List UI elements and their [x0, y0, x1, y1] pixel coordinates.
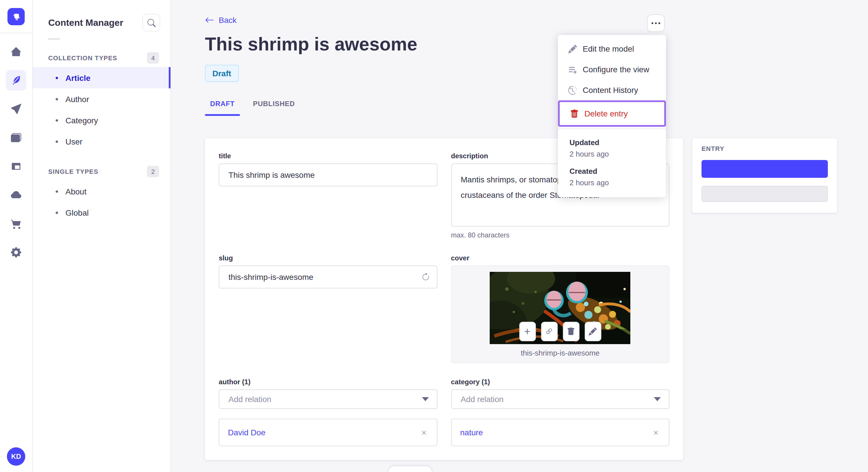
arrow-left-icon [205, 15, 214, 25]
copy-link-button[interactable] [541, 322, 558, 341]
cover-field: cover [451, 254, 670, 363]
bullet-icon [56, 119, 58, 121]
search-button[interactable] [143, 14, 160, 32]
marketplace-cart-icon[interactable] [6, 213, 26, 234]
back-link[interactable]: Back [205, 15, 237, 25]
add-media-button[interactable] [519, 322, 536, 341]
menu-item-edit-model[interactable]: Edit the model [558, 38, 666, 59]
refresh-icon [421, 273, 430, 281]
sidebar-item-global[interactable]: Global [33, 202, 170, 223]
avatar[interactable]: KD [7, 447, 25, 466]
section-label-collection-types: COLLECTION TYPES [48, 55, 117, 61]
search-icon [147, 19, 155, 27]
bullet-icon [56, 76, 58, 79]
main-nav-rail: KD [0, 0, 33, 472]
title-input[interactable]: This shrimp is awesome [219, 164, 437, 187]
slug-input[interactable]: this-shrimp-is-awesome [219, 266, 437, 289]
delete-media-button[interactable] [563, 322, 580, 341]
sidebar-item-label: Global [65, 208, 89, 217]
menu-item-label: Configure the view [583, 65, 649, 74]
slug-field: slug this-shrimp-is-awesome [219, 254, 437, 363]
menu-item-content-history[interactable]: Content History [558, 80, 666, 100]
menu-item-label: Edit the model [583, 44, 634, 53]
cover-media-box: this-shrimp-is-awesome [451, 266, 670, 363]
plus-icon [524, 328, 532, 336]
author-select-placeholder: Add relation [228, 395, 271, 404]
remove-author-relation-button[interactable] [420, 428, 428, 437]
sidebar-item-user[interactable]: User [33, 131, 170, 152]
sidebar-item-category[interactable]: Category [33, 109, 170, 131]
save-button[interactable] [702, 186, 828, 202]
entry-sidebar: ENTRY [692, 138, 837, 213]
send-icon[interactable] [6, 99, 26, 119]
delete-entry-highlight: Delete entry [558, 100, 666, 127]
bullet-icon [56, 211, 58, 214]
close-icon [652, 428, 660, 437]
sidebar-item-label: About [65, 187, 86, 196]
sidebar-item-article[interactable]: Article [33, 67, 170, 88]
trash-icon [567, 328, 575, 336]
tab-draft[interactable]: DRAFT [205, 100, 240, 116]
publish-button[interactable] [702, 160, 828, 178]
updated-meta: Updated 2 hours ago [569, 138, 656, 158]
title-field-label: title [219, 152, 437, 160]
dot-icon [652, 22, 653, 24]
more-options-menu: Edit the model Configure the view Conten… [558, 35, 666, 197]
tab-published[interactable]: PUBLISHED [248, 100, 300, 116]
sidebar-item-author[interactable]: Author [33, 88, 170, 109]
bullet-icon [56, 98, 58, 100]
layout-icon[interactable] [6, 156, 26, 177]
dot-icon [658, 22, 660, 24]
description-helper-text: max. 80 characters [451, 231, 670, 239]
entry-panel-label: ENTRY [702, 145, 828, 152]
menu-item-delete-entry[interactable]: Delete entry [560, 102, 664, 125]
settings-gear-icon[interactable] [6, 242, 26, 263]
edit-media-button[interactable] [585, 322, 601, 341]
history-clock-icon [568, 86, 577, 94]
version-tabs: DRAFT PUBLISHED [205, 100, 837, 116]
status-badge: Draft [205, 65, 239, 82]
sidebar-item-label: Article [65, 73, 90, 82]
close-icon [420, 428, 428, 437]
strapi-logo-icon [11, 12, 21, 21]
collection-types-count-badge: 4 [147, 52, 159, 64]
list-plus-icon [568, 65, 577, 74]
strapi-logo[interactable] [7, 8, 25, 25]
relation-link-david-doe[interactable]: David Doe [228, 428, 266, 437]
author-relation-select[interactable]: Add relation [219, 390, 437, 409]
bullet-icon [56, 140, 58, 142]
content-manager-sidebar: Content Manager COLLECTION TYPES 4 Artic… [33, 0, 171, 472]
back-label: Back [219, 15, 237, 25]
cloud-icon[interactable] [6, 185, 26, 205]
cover-filename: this-shrimp-is-awesome [457, 349, 663, 357]
media-library-icon[interactable] [6, 127, 26, 148]
home-icon[interactable] [6, 41, 26, 62]
sidebar-item-label: Author [65, 94, 89, 103]
more-options-button[interactable] [647, 14, 665, 32]
sidebar-divider [48, 38, 60, 40]
main-content: Back This shrimp is awesome Draft DRAFT … [171, 0, 868, 472]
category-relation-select[interactable]: Add relation [451, 390, 670, 409]
page-title: This shrimp is awesome [205, 34, 837, 55]
content-manager-icon[interactable] [6, 70, 26, 91]
updated-value: 2 hours ago [569, 150, 656, 158]
category-select-placeholder: Add relation [461, 395, 503, 404]
created-label: Created [569, 167, 656, 175]
menu-item-label: Content History [583, 86, 638, 95]
sidebar-title: Content Manager [48, 18, 123, 28]
title-input-value: This shrimp is awesome [228, 170, 315, 179]
category-field: category (1) Add relation nature [451, 378, 670, 446]
remove-category-relation-button[interactable] [652, 428, 660, 437]
author-relation-item: David Doe [219, 419, 437, 446]
link-icon [546, 328, 553, 336]
category-relation-item: nature [451, 419, 670, 446]
category-field-label: category (1) [451, 378, 670, 386]
sidebar-item-about[interactable]: About [33, 181, 170, 202]
created-value: 2 hours ago [569, 178, 656, 187]
cover-field-label: cover [451, 254, 670, 262]
cover-image[interactable] [490, 272, 631, 344]
regenerate-slug-button[interactable] [421, 273, 430, 281]
relation-link-nature[interactable]: nature [460, 428, 483, 437]
menu-item-configure-view[interactable]: Configure the view [558, 59, 666, 80]
pencil-icon [589, 328, 597, 336]
